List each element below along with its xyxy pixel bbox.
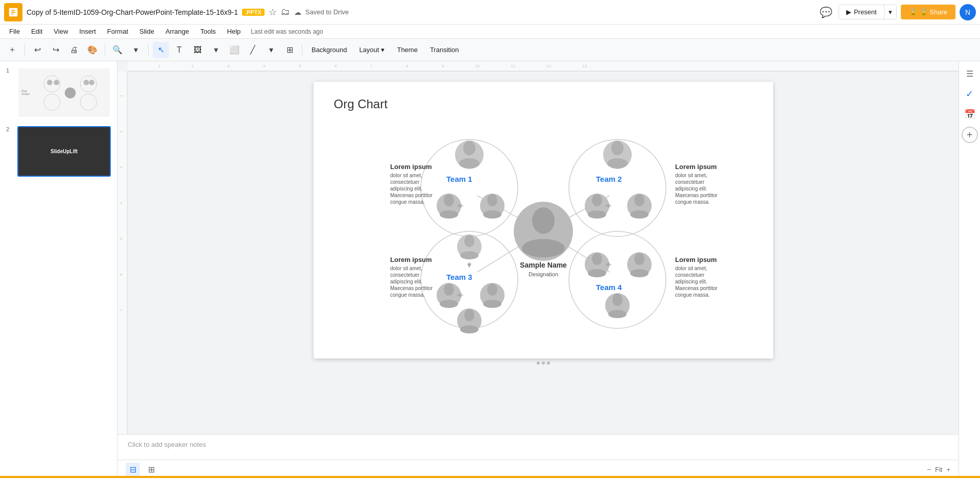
svg-text:Team 3: Team 3 (446, 273, 472, 281)
svg-point-6 (54, 80, 59, 85)
transition-button[interactable]: Transition (425, 42, 464, 58)
svg-text:1: 1 (158, 64, 161, 68)
svg-text:congue massa.: congue massa. (675, 292, 710, 298)
layout-label: Layout (359, 46, 379, 54)
slide-image-1: Org Chart (18, 68, 110, 117)
slide-thumbnail-2[interactable]: 2 SlideUpLift (4, 124, 113, 179)
svg-point-58 (630, 210, 649, 219)
svg-text:adipiscing elit.: adipiscing elit. (390, 186, 422, 191)
svg-point-38 (459, 158, 480, 169)
filmstrip-view-button[interactable]: ⊟ (126, 463, 140, 477)
print-button[interactable]: 🖨 (66, 42, 82, 58)
divider-4 (302, 44, 302, 56)
zoom-in-button[interactable]: + (946, 466, 950, 473)
menu-view[interactable]: View (49, 26, 73, 37)
menu-help[interactable]: Help (222, 26, 246, 37)
add-button[interactable]: ＋ (4, 42, 20, 58)
canvas-area[interactable]: Org Chart (128, 71, 959, 434)
star-icon[interactable]: ☆ (269, 7, 277, 18)
menu-file[interactable]: File (4, 26, 25, 37)
right-sidebar-toggle[interactable]: ☰ (962, 65, 978, 82)
app-icon[interactable] (4, 3, 22, 21)
svg-text:Team 1: Team 1 (446, 175, 472, 183)
svg-point-45 (487, 194, 497, 206)
slide-thumbnail-1[interactable]: 1 Org Chart (4, 65, 113, 120)
menu-edit[interactable]: Edit (26, 26, 47, 37)
svg-point-54 (588, 210, 606, 219)
menu-arrange[interactable]: Arrange (160, 26, 194, 37)
share-button[interactable]: 🔒 🔒 Share (901, 5, 955, 19)
svg-text:Designation: Designation (528, 271, 558, 277)
svg-text:adipiscing elit.: adipiscing elit. (675, 186, 707, 191)
folder-icon[interactable]: 🗂 (281, 7, 290, 17)
shape-tool[interactable]: ⬜ (226, 42, 243, 58)
svg-text:12: 12 (546, 64, 551, 68)
svg-point-65 (460, 251, 479, 259)
redo-button[interactable]: ↪ (47, 42, 64, 58)
svg-text:Maecenas porttitor: Maecenas porttitor (675, 193, 718, 198)
svg-text:dolor sit amet,: dolor sit amet, (390, 266, 422, 271)
svg-text:dolor sit amet,: dolor sit amet, (675, 266, 707, 271)
svg-point-57 (634, 194, 644, 206)
topbar-right: 💬 ▶ Present ▾ 🔒 🔒 Share N (818, 4, 976, 20)
calendar-icon[interactable]: 📅 (962, 106, 978, 123)
grid-view-button[interactable]: ⊞ (144, 463, 158, 477)
svg-point-61 (522, 239, 565, 257)
svg-text:10: 10 (475, 64, 480, 68)
zoom-out-button[interactable]: − (927, 466, 931, 473)
insert-textbox[interactable]: ⊞ (281, 42, 298, 58)
present-dropdown-button[interactable]: ▾ (884, 5, 896, 19)
theme-button[interactable]: Theme (392, 42, 422, 58)
comments-icon[interactable]: 💬 (818, 4, 834, 20)
user-avatar[interactable]: N (960, 4, 976, 20)
line-tool[interactable]: ╱ (245, 42, 261, 58)
formatting-toolbar: ＋ ↩ ↪ 🖨 🎨 🔍 ▾ ↖ T 🖼 ▾ ⬜ ╱ ▾ ⊞ Background… (0, 39, 980, 61)
present-button-group: ▶ Present ▾ (839, 5, 897, 19)
svg-point-50 (607, 158, 628, 169)
add-panel-button[interactable]: + (962, 127, 978, 143)
svg-point-84 (634, 253, 644, 265)
top-bar: Copy of 5-ItemID-1059-Org-Chart-PowerPoi… (0, 0, 980, 25)
present-main-button[interactable]: ▶ Present (839, 5, 884, 19)
menu-tools[interactable]: Tools (195, 26, 221, 37)
divider-2 (105, 44, 105, 56)
slide-number-1: 1 (6, 67, 13, 74)
canvas-wrapper: 1 2 3 4 5 6 7 8 9 10 11 12 13 1 (117, 61, 959, 479)
svg-point-77 (460, 325, 479, 333)
layout-button[interactable]: Layout ▾ (354, 42, 390, 58)
task-icon[interactable]: ✓ (962, 86, 978, 102)
slide-preview-1[interactable]: Org Chart (17, 67, 111, 118)
zoom-dropdown[interactable]: ▾ (128, 42, 144, 58)
svg-text:2: 2 (192, 64, 194, 68)
svg-point-4 (80, 93, 97, 110)
text-tool[interactable]: T (171, 42, 187, 58)
menu-format[interactable]: Format (102, 26, 133, 37)
title-area: Copy of 5-ItemID-1059-Org-Chart-PowerPoi… (27, 7, 814, 18)
horizontal-ruler: 1 2 3 4 5 6 7 8 9 10 11 12 13 (128, 61, 959, 71)
paint-format-button[interactable]: 🎨 (84, 42, 101, 58)
undo-button[interactable]: ↩ (29, 42, 45, 58)
line-dropdown[interactable]: ▾ (263, 42, 279, 58)
zoom-level[interactable]: Fit (935, 466, 942, 473)
svg-point-49 (611, 141, 624, 155)
slide-canvas[interactable]: Org Chart (314, 82, 773, 358)
svg-text:consectetuer: consectetuer (675, 179, 705, 185)
svg-text:3: 3 (227, 64, 230, 68)
svg-text:3: 3 (119, 166, 124, 169)
image-tool[interactable]: 🖼 (189, 42, 206, 58)
svg-text:11: 11 (511, 64, 515, 68)
cursor-tool[interactable]: ↖ (153, 42, 169, 58)
slide-preview-2[interactable]: SlideUpLift (17, 126, 111, 177)
zoom-button[interactable]: 🔍 (109, 42, 126, 58)
doc-title-text[interactable]: Copy of 5-ItemID-1059-Org-Chart-PowerPoi… (27, 8, 238, 16)
speaker-notes[interactable]: Click to add speaker notes (117, 434, 959, 460)
svg-text:Maecenas porttitor: Maecenas porttitor (390, 285, 433, 291)
canvas-with-ruler: 1 2 3 4 5 6 7 Org Chart (117, 71, 959, 434)
menu-slide[interactable]: Slide (134, 26, 159, 37)
svg-text:congue massa.: congue massa. (390, 292, 425, 298)
menu-insert[interactable]: Insert (74, 26, 101, 37)
background-button[interactable]: Background (306, 42, 352, 58)
image-dropdown[interactable]: ▾ (208, 42, 224, 58)
org-chart-svg: Team 1 (334, 122, 753, 341)
svg-text:5: 5 (119, 237, 124, 240)
